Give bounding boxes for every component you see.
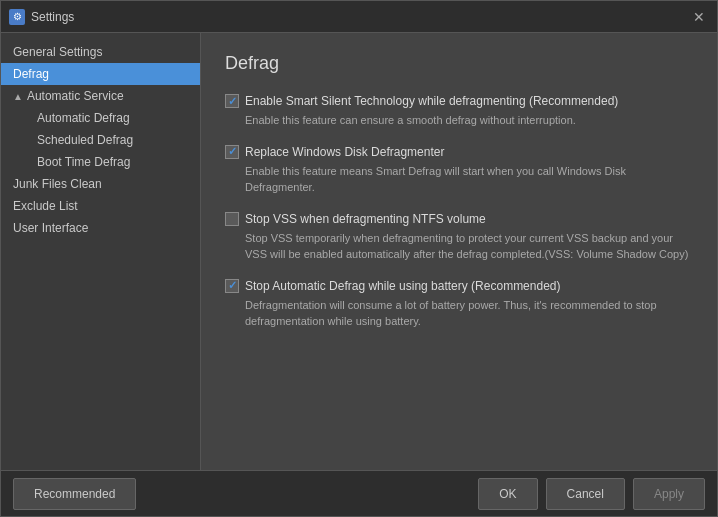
option-label-smart-silent: Enable Smart Silent Technology while def… [245, 94, 618, 108]
sidebar-label: Junk Files Clean [13, 177, 102, 191]
sidebar-item-user-interface[interactable]: User Interface [1, 217, 200, 239]
option-label-replace-windows: Replace Windows Disk Defragmenter [245, 145, 444, 159]
option-stop-vss: Stop VSS when defragmenting NTFS volume … [225, 212, 693, 263]
option-header-replace-windows: Replace Windows Disk Defragmenter [225, 145, 693, 159]
checkbox-replace-windows[interactable] [225, 145, 239, 159]
footer-actions: OK Cancel Apply [478, 478, 705, 510]
page-title: Defrag [225, 53, 693, 74]
sidebar-item-junk-files-clean[interactable]: Junk Files Clean [1, 173, 200, 195]
sidebar-label: Scheduled Defrag [37, 133, 133, 147]
checkbox-stop-vss[interactable] [225, 212, 239, 226]
sidebar-label: Automatic Defrag [37, 111, 130, 125]
sidebar-label: General Settings [13, 45, 102, 59]
title-bar: ⚙ Settings ✕ [1, 1, 717, 33]
checkbox-smart-silent[interactable] [225, 94, 239, 108]
sidebar-item-automatic-defrag[interactable]: Automatic Defrag [1, 107, 200, 129]
sidebar-label: Exclude List [13, 199, 78, 213]
sidebar-item-boot-time-defrag[interactable]: Boot Time Defrag [1, 151, 200, 173]
collapse-icon: ▲ [13, 91, 23, 102]
close-button[interactable]: ✕ [689, 7, 709, 27]
main-panel: Defrag Enable Smart Silent Technology wh… [201, 33, 717, 470]
sidebar-label: Defrag [13, 67, 49, 81]
recommended-button[interactable]: Recommended [13, 478, 136, 510]
app-icon: ⚙ [9, 9, 25, 25]
option-label-stop-vss: Stop VSS when defragmenting NTFS volume [245, 212, 486, 226]
sidebar-item-defrag[interactable]: Defrag [1, 63, 200, 85]
sidebar-group-automatic-service[interactable]: ▲ Automatic Service [1, 85, 200, 107]
option-header-smart-silent: Enable Smart Silent Technology while def… [225, 94, 693, 108]
sidebar: General Settings Defrag ▲ Automatic Serv… [1, 33, 201, 470]
sidebar-item-exclude-list[interactable]: Exclude List [1, 195, 200, 217]
option-desc-stop-vss: Stop VSS temporarily when defragmenting … [225, 230, 693, 263]
option-label-stop-battery: Stop Automatic Defrag while using batter… [245, 279, 561, 293]
apply-button[interactable]: Apply [633, 478, 705, 510]
option-stop-battery: Stop Automatic Defrag while using batter… [225, 279, 693, 330]
footer: Recommended OK Cancel Apply [1, 470, 717, 516]
sidebar-item-scheduled-defrag[interactable]: Scheduled Defrag [1, 129, 200, 151]
window-title: Settings [31, 10, 689, 24]
settings-window: ⚙ Settings ✕ General Settings Defrag ▲ A… [0, 0, 718, 517]
sidebar-label: Automatic Service [27, 89, 124, 103]
option-replace-windows: Replace Windows Disk Defragmenter Enable… [225, 145, 693, 196]
content-area: General Settings Defrag ▲ Automatic Serv… [1, 33, 717, 470]
sidebar-label: User Interface [13, 221, 88, 235]
option-desc-stop-battery: Defragmentation will consume a lot of ba… [225, 297, 693, 330]
option-smart-silent: Enable Smart Silent Technology while def… [225, 94, 693, 129]
ok-button[interactable]: OK [478, 478, 537, 510]
option-header-stop-vss: Stop VSS when defragmenting NTFS volume [225, 212, 693, 226]
option-desc-smart-silent: Enable this feature can ensure a smooth … [225, 112, 693, 129]
cancel-button[interactable]: Cancel [546, 478, 625, 510]
checkbox-stop-battery[interactable] [225, 279, 239, 293]
option-desc-replace-windows: Enable this feature means Smart Defrag w… [225, 163, 693, 196]
sidebar-item-general-settings[interactable]: General Settings [1, 41, 200, 63]
option-header-stop-battery: Stop Automatic Defrag while using batter… [225, 279, 693, 293]
sidebar-label: Boot Time Defrag [37, 155, 130, 169]
